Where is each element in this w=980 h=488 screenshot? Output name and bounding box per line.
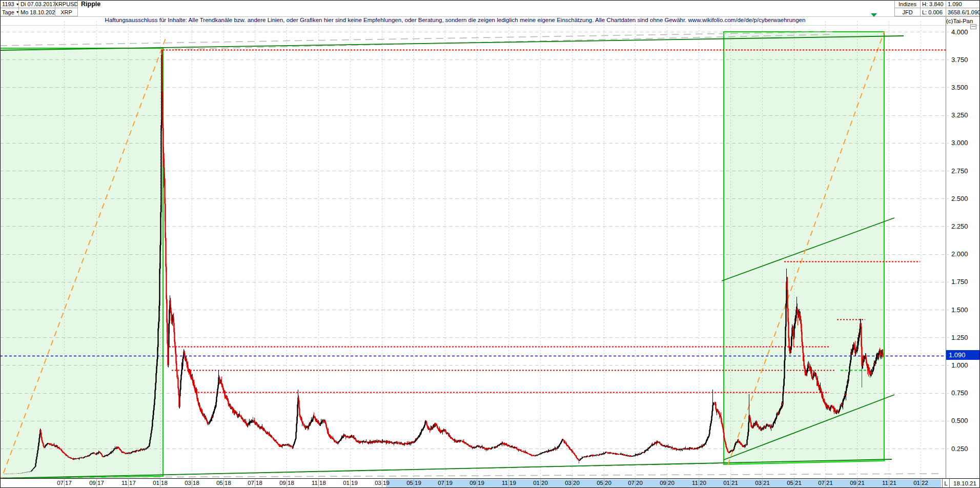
time-axis-tick	[128, 479, 129, 487]
time-axis-tick	[762, 479, 763, 487]
x-axis-label-month: 11	[497, 480, 508, 486]
y-axis-label: 2.250	[951, 222, 979, 230]
x-axis-label-year: 21	[890, 480, 901, 486]
x-axis-label-year: 21	[795, 480, 806, 486]
time-axis-tick	[699, 479, 699, 487]
x-axis-label-month: 09	[275, 480, 286, 486]
x-axis-label-year: 20	[636, 480, 647, 486]
x-axis-label-year: 21	[763, 480, 774, 486]
time-axis-tick	[160, 479, 160, 487]
x-axis-label-month: 03	[180, 480, 191, 486]
x-axis-label-year: 19	[509, 480, 521, 486]
y-axis-label: 1.250	[951, 334, 979, 341]
x-axis-label-month: 07	[623, 480, 635, 486]
time-axis-tick	[857, 479, 858, 487]
x-axis-label-year: 17	[65, 480, 76, 486]
x-axis-label-month: 01	[528, 480, 540, 486]
x-axis-label-year: 21	[731, 480, 743, 486]
x-axis-label-year: 19	[478, 480, 489, 486]
time-axis-tick	[635, 479, 636, 487]
time-axis-tick	[477, 479, 477, 487]
x-axis-label-month: 03	[750, 480, 762, 486]
y-axis-label: 2.000	[951, 250, 979, 258]
time-axis-tick	[96, 479, 97, 487]
x-axis-label-month: 09	[845, 480, 856, 486]
x-axis-label-year: 22	[922, 480, 933, 486]
last-bar-flag: L	[942, 479, 949, 488]
time-axis-tick	[223, 479, 224, 487]
x-axis-label-year: 20	[573, 480, 584, 486]
x-axis-label-year: 19	[446, 480, 457, 486]
x-axis-label-month: 11	[687, 480, 698, 486]
y-axis-label: 3.750	[951, 56, 979, 64]
x-axis-label-year: 21	[858, 480, 869, 486]
y-axis-label: 1.750	[951, 278, 979, 286]
x-axis-label-year: 18	[224, 480, 236, 486]
x-axis-label-month: 09	[85, 480, 96, 486]
x-axis-label-month: 03	[560, 480, 571, 486]
price-scale-separator	[946, 17, 946, 488]
time-axis[interactable]: 0717091711170118031805180718091811180119…	[0, 478, 980, 488]
x-axis-label-month: 07	[433, 480, 444, 486]
x-axis-label-year: 18	[319, 480, 331, 486]
collapse-icon[interactable]	[970, 24, 976, 29]
time-axis-tick	[921, 479, 921, 487]
x-axis-label-month: 05	[782, 480, 793, 486]
x-axis-label-year: 20	[668, 480, 679, 486]
x-axis-label-year: 18	[161, 480, 172, 486]
time-axis-tick	[64, 479, 65, 487]
time-axis-tick	[667, 479, 667, 487]
y-axis-label: 3.250	[951, 111, 979, 119]
y-axis-label: 2.750	[951, 167, 979, 175]
x-axis-label-year: 21	[826, 480, 838, 486]
x-axis-label-month: 05	[212, 480, 223, 486]
time-axis-tick	[540, 479, 541, 487]
x-axis-label-year: 18	[256, 480, 267, 486]
x-axis-label-year: 17	[129, 480, 140, 486]
y-axis-label: 0.500	[951, 417, 979, 424]
time-axis-tick	[445, 479, 445, 487]
x-axis-label-month: 11	[116, 480, 128, 486]
x-axis-label-year: 18	[288, 480, 299, 486]
last-bar-marker-icon	[871, 13, 877, 17]
copyright-label: (c)Tai-Pan	[946, 18, 973, 24]
time-axis-tick	[382, 479, 382, 487]
time-axis-tick	[604, 479, 604, 487]
x-axis-label-month: 05	[592, 480, 603, 486]
x-axis-label-year: 20	[541, 480, 553, 486]
taipan-chart-window: { "header": { "bars_count": "1193", "per…	[0, 0, 980, 488]
x-axis-label-month: 03	[370, 480, 381, 486]
time-axis-tick	[508, 479, 509, 487]
x-axis-label-year: 18	[193, 480, 204, 486]
x-axis-label-year: 20	[605, 480, 616, 486]
time-axis-tick	[287, 479, 287, 487]
y-axis-label: 1.500	[951, 306, 979, 314]
x-axis-label-month: 11	[307, 480, 318, 486]
x-axis-label-year: 19	[351, 480, 362, 486]
x-axis-label-month: 11	[877, 480, 888, 486]
x-axis-label-year: 19	[415, 480, 426, 486]
x-axis-label-year: 20	[700, 480, 711, 486]
price-chart-plot[interactable]	[0, 0, 980, 488]
y-axis-label: 1.000	[951, 361, 979, 369]
x-axis-label-month: 01	[338, 480, 350, 486]
x-axis-label-month: 07	[243, 480, 254, 486]
y-axis-label: 2.500	[951, 195, 979, 202]
trend-channel-region	[0, 48, 163, 479]
time-axis-tick	[730, 479, 731, 487]
y-axis-label: 3.000	[951, 139, 979, 147]
x-axis-label-year: 17	[97, 480, 109, 486]
time-axis-tick	[350, 479, 351, 487]
y-axis-label: 3.500	[951, 84, 979, 91]
x-axis-label-month: 09	[655, 480, 666, 486]
time-axis-tick	[318, 479, 319, 487]
last-bar-flag-value: L	[944, 480, 947, 486]
time-axis-tick	[794, 479, 794, 487]
x-axis-label-year: 19	[383, 480, 394, 486]
x-axis-label-month: 01	[148, 480, 159, 486]
time-axis-tick	[572, 479, 573, 487]
time-axis-tick	[889, 479, 889, 487]
x-axis-label-month: 07	[52, 480, 64, 486]
last-bar-date: 18.10.21	[949, 479, 980, 488]
last-bar-date-value: 18.10.21	[953, 480, 976, 486]
